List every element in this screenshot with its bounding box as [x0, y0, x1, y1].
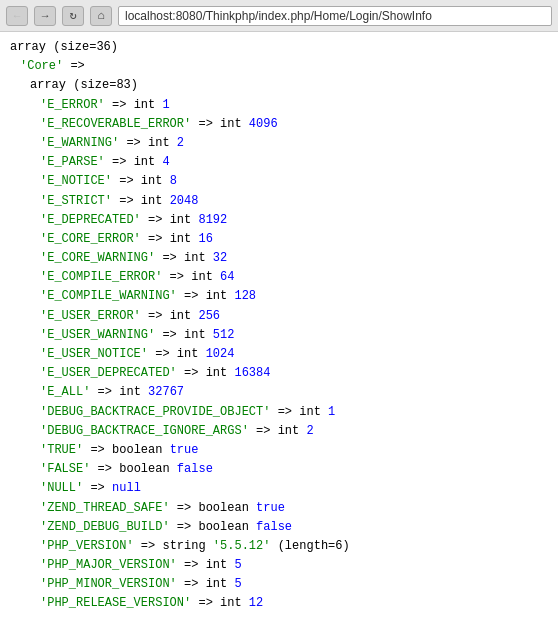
list-item: 'E_COMPILE_WARNING' => int 128	[10, 287, 548, 306]
list-item: 'PHP_RELEASE_VERSION' => int 12	[10, 594, 548, 613]
browser-toolbar: ← → ↻ ⌂	[0, 0, 558, 32]
reload-button[interactable]: ↻	[62, 6, 84, 26]
list-item: 'E_DEPRECATED' => int 8192	[10, 211, 548, 230]
list-item: 'E_RECOVERABLE_ERROR' => int 4096	[10, 115, 548, 134]
list-item: 'PHP_MAJOR_VERSION' => int 5	[10, 556, 548, 575]
list-item: 'NULL' => null	[10, 479, 548, 498]
list-item: 'E_USER_ERROR' => int 256	[10, 307, 548, 326]
list-item: 'PHP_EXTRA_VERSION' => string '' (length…	[10, 614, 548, 617]
array-header: array (size=36)	[10, 38, 548, 57]
list-item: 'PHP_VERSION' => string '5.5.12' (length…	[10, 537, 548, 556]
list-item: 'E_WARNING' => int 2	[10, 134, 548, 153]
list-item: 'E_USER_DEPRECATED' => int 16384	[10, 364, 548, 383]
list-item: 'DEBUG_BACKTRACE_PROVIDE_OBJECT' => int …	[10, 403, 548, 422]
list-item: 'DEBUG_BACKTRACE_IGNORE_ARGS' => int 2	[10, 422, 548, 441]
home-button[interactable]: ⌂	[90, 6, 112, 26]
list-item: 'E_ERROR' => int 1	[10, 96, 548, 115]
list-item: 'PHP_MINOR_VERSION' => int 5	[10, 575, 548, 594]
list-item: 'E_CORE_WARNING' => int 32	[10, 249, 548, 268]
list-item: 'E_COMPILE_ERROR' => int 64	[10, 268, 548, 287]
list-item: 'TRUE' => boolean true	[10, 441, 548, 460]
core-key-line: 'Core' =>	[10, 57, 548, 76]
list-item: 'E_CORE_ERROR' => int 16	[10, 230, 548, 249]
forward-button[interactable]: →	[34, 6, 56, 26]
list-item: 'ZEND_DEBUG_BUILD' => boolean false	[10, 518, 548, 537]
list-item: 'E_NOTICE' => int 8	[10, 172, 548, 191]
list-item: 'ZEND_THREAD_SAFE' => boolean true	[10, 499, 548, 518]
list-item: 'E_PARSE' => int 4	[10, 153, 548, 172]
content-area: array (size=36) 'Core' => array (size=83…	[0, 32, 558, 617]
list-item: 'E_USER_NOTICE' => int 1024	[10, 345, 548, 364]
list-item: 'E_USER_WARNING' => int 512	[10, 326, 548, 345]
back-button[interactable]: ←	[6, 6, 28, 26]
core-inner-header: array (size=83)	[10, 76, 548, 95]
list-item: 'E_STRICT' => int 2048	[10, 192, 548, 211]
address-bar[interactable]	[118, 6, 552, 26]
list-item: 'FALSE' => boolean false	[10, 460, 548, 479]
list-item: 'E_ALL' => int 32767	[10, 383, 548, 402]
